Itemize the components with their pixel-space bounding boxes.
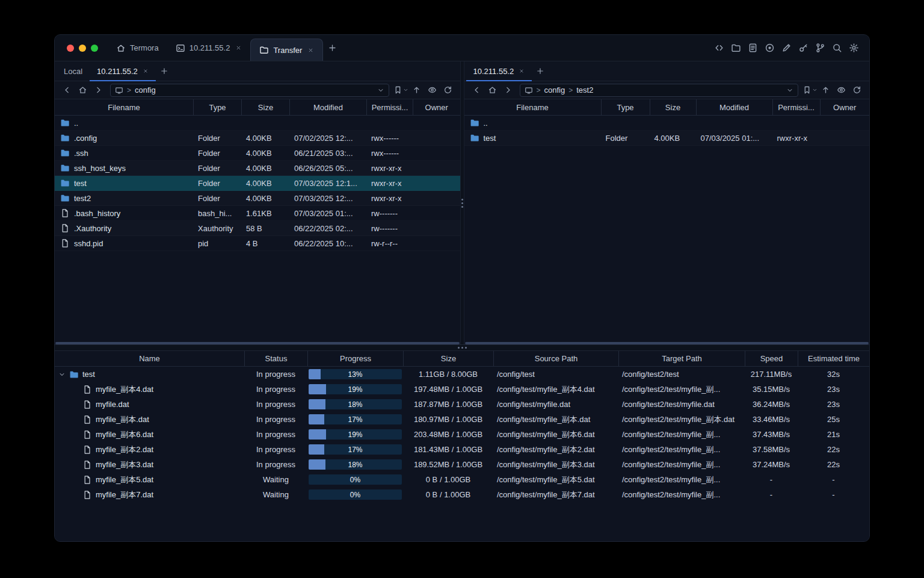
show-hidden-files-button[interactable]: [425, 83, 440, 98]
column-header-owner[interactable]: Owner: [820, 99, 870, 115]
column-header-filename[interactable]: Filename: [464, 99, 601, 115]
title-tab-host[interactable]: 10.211.55.2: [167, 35, 251, 61]
left-file-table: Filename Type Size Modified Permissi... …: [55, 99, 460, 344]
transfer-row[interactable]: myfile_副本7.datWaiting0%0 B / 1.00GB/conf…: [55, 487, 869, 502]
home-button[interactable]: [75, 83, 90, 98]
key-button[interactable]: [798, 42, 809, 54]
file-icon: [82, 385, 92, 394]
branch-button[interactable]: [815, 42, 826, 54]
minimize-window-button[interactable]: [79, 45, 86, 52]
refresh-button[interactable]: [849, 83, 864, 98]
transfer-name: myfile_副本4.dat: [96, 384, 153, 395]
file-row[interactable]: .sshFolder4.00KB06/21/2025 03:...rwx----…: [55, 146, 460, 161]
parent-directory-button[interactable]: [818, 83, 833, 98]
transfer-status: In progress: [244, 370, 307, 379]
refresh-button[interactable]: [440, 83, 455, 98]
bookmarks-button[interactable]: [393, 83, 408, 98]
chevron-down-icon[interactable]: [58, 371, 66, 378]
transfer-row[interactable]: myfile_副本5.datWaiting0%0 B / 1.00GB/conf…: [55, 472, 869, 487]
notes-button[interactable]: [747, 42, 759, 54]
title-tab-termora[interactable]: Termora: [108, 35, 167, 61]
left-path-bar[interactable]: >config: [110, 84, 389, 97]
path-dropdown-icon[interactable]: [377, 87, 384, 94]
file-row[interactable]: .XauthorityXauthority58 B06/22/2025 02:.…: [55, 221, 460, 236]
path-dropdown-icon[interactable]: [786, 87, 793, 94]
forward-button[interactable]: [91, 83, 106, 98]
left-pane-tab[interactable]: 10.211.55.2: [90, 61, 156, 81]
breadcrumb-segment[interactable]: config: [135, 85, 156, 95]
column-header-target-path[interactable]: Target Path: [618, 351, 745, 366]
breadcrumb-segment[interactable]: config: [544, 85, 565, 95]
folder-icon: [470, 133, 479, 143]
close-tab-icon[interactable]: [235, 45, 242, 51]
file-row[interactable]: test2Folder4.00KB07/03/2025 12:...rwxr-x…: [55, 191, 460, 206]
show-hidden-files-button[interactable]: [834, 83, 849, 98]
column-header-speed[interactable]: Speed: [745, 351, 798, 366]
right-path-bar[interactable]: >config>test2: [520, 84, 799, 97]
back-button[interactable]: [60, 83, 75, 98]
close-window-button[interactable]: [67, 45, 74, 52]
column-header-filename[interactable]: Filename: [55, 99, 193, 115]
file-row[interactable]: .configFolder4.00KB07/02/2025 12:...rwx-…: [55, 131, 460, 146]
column-header-size[interactable]: Size: [241, 99, 289, 115]
right-new-tab-button[interactable]: [532, 61, 549, 81]
column-header-type[interactable]: Type: [193, 99, 241, 115]
file-row[interactable]: testFolder4.00KB07/03/2025 12:1...rwxr-x…: [55, 176, 460, 191]
progress-bar: 0%: [309, 474, 402, 485]
transfer-speed: -: [745, 490, 798, 499]
column-header-size[interactable]: Size: [650, 99, 696, 115]
progress-bar: 17%: [309, 444, 402, 455]
back-button[interactable]: [469, 83, 484, 98]
record-button[interactable]: [764, 42, 775, 54]
zoom-window-button[interactable]: [91, 45, 98, 52]
transfer-row[interactable]: myfile_副本2.datIn progress17%181.43MB / 1…: [55, 442, 869, 457]
column-header-estimated-time[interactable]: Estimated time: [798, 351, 869, 366]
settings-button[interactable]: [848, 42, 860, 54]
column-header-progress[interactable]: Progress: [307, 351, 403, 366]
vertical-splitter[interactable]: [460, 61, 464, 344]
column-header-size[interactable]: Size: [403, 351, 493, 366]
column-header-name[interactable]: Name: [55, 351, 244, 366]
progress-bar: 19%: [309, 429, 402, 440]
file-row[interactable]: testFolder4.00KB07/03/2025 01:...rwxr-xr…: [464, 131, 870, 146]
file-row[interactable]: ..: [55, 116, 460, 131]
right-pane-tab[interactable]: 10.211.55.2: [466, 61, 532, 81]
column-header-permissions[interactable]: Permissi...: [366, 99, 413, 115]
forward-button[interactable]: [500, 83, 516, 98]
column-header-modified[interactable]: Modified: [696, 99, 772, 115]
search-button[interactable]: [831, 42, 843, 54]
close-tab-icon[interactable]: [143, 68, 149, 74]
folder-button[interactable]: [730, 42, 742, 54]
column-header-modified[interactable]: Modified: [289, 99, 366, 115]
pencil-button[interactable]: [781, 42, 792, 54]
file-row[interactable]: ..: [464, 116, 870, 131]
new-tab-button[interactable]: [323, 35, 341, 61]
file-row[interactable]: sshd.pidpid4 B06/22/2025 10:...rw-r--r--: [55, 236, 460, 251]
home-button[interactable]: [485, 83, 500, 98]
close-tab-icon[interactable]: [307, 47, 314, 54]
file-row[interactable]: ssh_host_keysFolder4.00KB06/26/2025 05:.…: [55, 161, 460, 176]
column-header-owner[interactable]: Owner: [413, 99, 460, 115]
transfer-row[interactable]: testIn progress13%1.11GB / 8.00GB/config…: [55, 367, 869, 382]
close-tab-icon[interactable]: [519, 68, 525, 74]
transfer-source-path: /config/test/myfile_副本5.dat: [493, 474, 618, 485]
transfer-row[interactable]: myfile_副本4.datIn progress19%197.48MB / 1…: [55, 382, 869, 397]
column-header-permissions[interactable]: Permissi...: [772, 99, 820, 115]
column-header-status[interactable]: Status: [244, 351, 307, 366]
bookmarks-button[interactable]: [802, 83, 818, 98]
horizontal-splitter[interactable]: [55, 344, 869, 351]
column-header-source-path[interactable]: Source Path: [493, 351, 618, 366]
transfer-row[interactable]: myfile.datIn progress18%187.87MB / 1.00G…: [55, 397, 869, 412]
transfer-row[interactable]: myfile_副本6.datIn progress19%203.48MB / 1…: [55, 427, 869, 442]
code-button[interactable]: [713, 42, 725, 54]
parent-directory-button[interactable]: [409, 83, 424, 98]
transfer-source-path: /config/test/myfile_副本4.dat: [493, 384, 618, 395]
column-header-type[interactable]: Type: [601, 99, 650, 115]
left-pane-tab[interactable]: Local: [57, 61, 90, 81]
left-new-tab-button[interactable]: [156, 61, 173, 81]
breadcrumb-segment[interactable]: test2: [576, 85, 593, 95]
file-row[interactable]: .bash_historybash_hi...1.61KB07/03/2025 …: [55, 206, 460, 221]
transfer-row[interactable]: myfile_副本.datIn progress17%180.97MB / 1.…: [55, 412, 869, 427]
title-tab-transfer[interactable]: Transfer: [250, 39, 323, 61]
transfer-row[interactable]: myfile_副本3.datIn progress18%189.52MB / 1…: [55, 457, 869, 472]
